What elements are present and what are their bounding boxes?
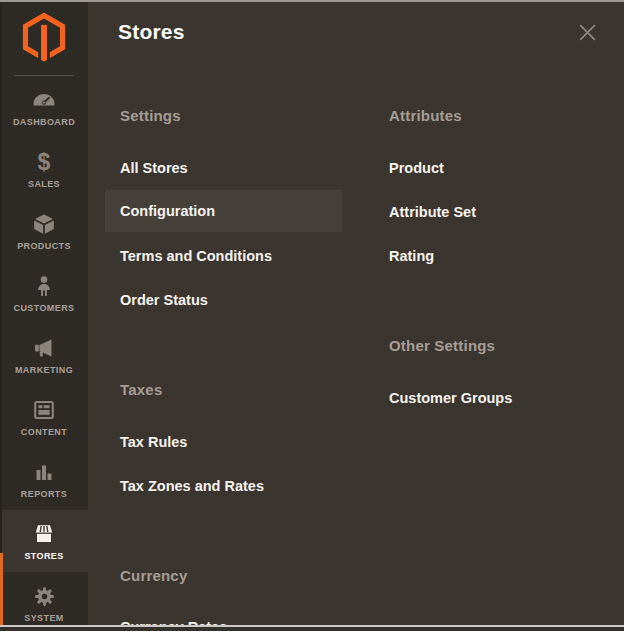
admin-sidebar: DASHBOARD $ SALES PRODUCTS [0,0,88,625]
orange-accent-strip [0,553,3,625]
sidebar-item-label: CONTENT [21,427,67,437]
sidebar-item-label: DASHBOARD [13,117,75,127]
page-title: Stores [118,20,185,44]
sidebar-item-label: SALES [28,179,60,189]
section-header-attributes: Attributes [389,107,462,124]
sidebar-item-system[interactable]: SYSTEM [0,572,88,631]
menu-link-tax-zones-and-rates[interactable]: Tax Zones and Rates [120,478,264,494]
sidebar-menu: DASHBOARD $ SALES PRODUCTS [0,76,88,631]
megaphone-icon [32,335,56,361]
sidebar-item-label: SYSTEM [24,613,63,623]
magento-logo-icon [22,12,66,62]
menu-link-attribute-set[interactable]: Attribute Set [389,204,476,220]
sidebar-item-reports[interactable]: REPORTS [0,448,88,510]
top-border [0,0,624,2]
layout-icon [32,397,56,423]
sidebar-item-products[interactable]: PRODUCTS [0,200,88,262]
section-header-settings: Settings [120,107,181,124]
person-icon [32,273,56,299]
sidebar-item-label: CUSTOMERS [14,303,75,313]
gear-icon [32,583,57,609]
storefront-icon [31,521,57,547]
menu-link-rating[interactable]: Rating [389,248,434,264]
dollar-icon: $ [38,149,51,175]
menu-link-order-status[interactable]: Order Status [120,292,208,308]
window-left-edge [0,0,2,553]
sidebar-item-label: MARKETING [15,365,73,375]
stores-flyout-panel: Stores Settings All Stores Configuration… [88,0,624,625]
sidebar-item-label: REPORTS [21,489,67,499]
box-icon [32,211,56,237]
sidebar-item-content[interactable]: CONTENT [0,386,88,448]
menu-link-tax-rules[interactable]: Tax Rules [120,434,187,450]
magento-admin-stores-flyout: Stores Settings All Stores Configuration… [0,0,624,631]
bottom-edge [0,627,624,631]
menu-link-configuration-highlighted[interactable]: Configuration [105,190,342,232]
menu-link-terms-and-conditions[interactable]: Terms and Conditions [120,248,272,264]
sidebar-item-dashboard[interactable]: DASHBOARD [0,76,88,138]
close-button[interactable] [576,21,598,43]
section-header-other-settings: Other Settings [389,337,495,354]
sidebar-item-sales[interactable]: $ SALES [0,138,88,200]
sidebar-item-label: STORES [24,551,63,561]
sidebar-item-customers[interactable]: CUSTOMERS [0,262,88,324]
sidebar-item-stores-active[interactable]: STORES [0,510,88,572]
sidebar-item-label: PRODUCTS [17,241,71,251]
bar-chart-icon [32,459,56,485]
magento-logo-button[interactable] [0,0,88,74]
menu-link-product[interactable]: Product [389,160,444,176]
section-header-currency: Currency [120,567,187,584]
section-header-taxes: Taxes [120,381,162,398]
menu-link-all-stores[interactable]: All Stores [120,160,188,176]
menu-link-configuration-label: Configuration [120,203,215,219]
sidebar-item-marketing[interactable]: MARKETING [0,324,88,386]
menu-link-customer-groups[interactable]: Customer Groups [389,390,512,406]
close-icon [577,22,598,43]
gauge-icon [32,87,56,113]
